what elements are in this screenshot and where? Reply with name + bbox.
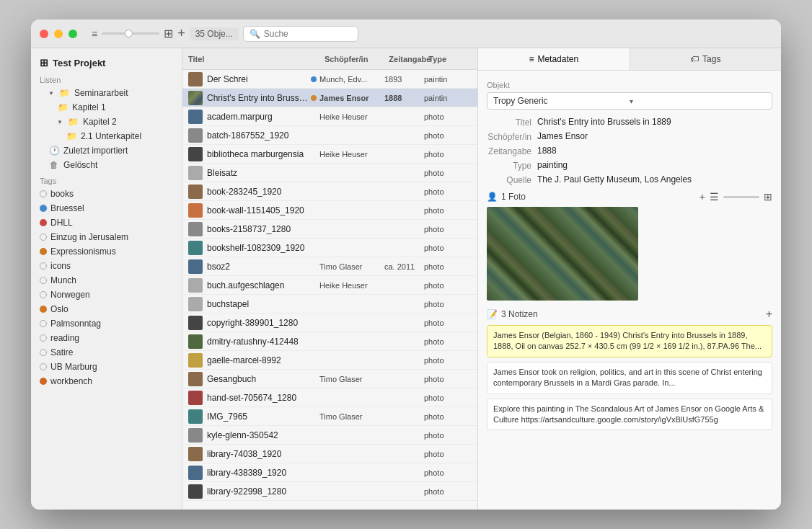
field-creator-label: Schöpfer/in: [487, 131, 537, 142]
tab-tags[interactable]: 🏷 Tags: [630, 48, 782, 70]
tag-label-icons: icons: [50, 261, 173, 271]
note-text: James Ensor took on religion, politics, …: [493, 368, 762, 387]
tag-item-workbench[interactable]: workbench: [31, 374, 182, 388]
detail-body: Objekt Tropy Generic ▾ Titel Christ's En…: [478, 71, 781, 510]
tag-item-palmsonntag[interactable]: Palmsonntag: [31, 316, 182, 331]
file-title: Der Schrei: [207, 74, 308, 84]
sidebar-item-unterkapitel[interactable]: 📁 2.1 Unterkapitel: [31, 129, 182, 143]
project-label: Test Projekt: [53, 58, 105, 68]
tag-item-satire[interactable]: Satire: [31, 345, 182, 360]
tag-item-expressionismus[interactable]: Expressionismus: [31, 244, 182, 259]
grid-photos-icon[interactable]: ⊞: [764, 191, 772, 203]
tag-item-oslo[interactable]: Oslo: [31, 302, 182, 316]
file-row[interactable]: dmitry-ratushny-412448 photo: [182, 332, 477, 351]
photos-section: 👤 1 Foto + ☰ ⊞: [487, 191, 772, 301]
add-button[interactable]: +: [177, 26, 185, 41]
field-type-value[interactable]: painting: [537, 160, 772, 170]
file-row[interactable]: books-2158737_1280 photo: [182, 220, 477, 239]
file-row[interactable]: book-wall-1151405_1920 photo: [182, 201, 477, 220]
minimize-button[interactable]: [54, 30, 63, 38]
note-item[interactable]: James Ensor took on religion, politics, …: [487, 362, 772, 394]
file-title: book-283245_1920: [207, 187, 308, 197]
tag-item-icons[interactable]: icons: [31, 259, 182, 273]
sidebar-toggle-icon[interactable]: ≡: [92, 28, 97, 40]
tag-dot-indicator: [311, 432, 317, 438]
photo-zoom-slider[interactable]: [723, 196, 759, 198]
file-type: photo: [424, 169, 467, 177]
file-title: library-922998_1280: [207, 486, 308, 497]
file-row[interactable]: buchstapel photo: [182, 295, 477, 314]
file-thumbnail: [188, 72, 203, 86]
file-row[interactable]: library-922998_1280 photo: [182, 482, 477, 501]
file-thumbnail: [188, 166, 203, 180]
tag-item-munch[interactable]: Munch: [31, 273, 182, 288]
file-row[interactable]: copyright-389901_1280 photo: [182, 314, 477, 332]
file-row[interactable]: bsoz2 Timo Glaser ca. 2011 photo: [182, 257, 477, 276]
fullscreen-button[interactable]: [69, 30, 77, 38]
sidebar-item-kapitel2[interactable]: ▼ 📁 Kapitel 2: [31, 115, 182, 129]
field-titel-value[interactable]: Christ's Entry into Brussels in 1889: [537, 117, 772, 127]
file-row[interactable]: hand-set-705674_1280 photo: [182, 388, 477, 407]
sidebar-item-kapitel1[interactable]: 📁 Kapitel 1: [31, 100, 182, 115]
file-row[interactable]: gaelle-marcel-8992 photo: [182, 351, 477, 370]
sidebar-item-zuletzt[interactable]: 🕐 Zuletzt importiert: [31, 143, 182, 158]
file-thumbnail: [188, 466, 203, 480]
field-date: Zeitangabe 1888: [487, 146, 772, 156]
tab-metadaten[interactable]: ≡ Metadaten: [478, 48, 630, 70]
close-button[interactable]: [40, 30, 48, 38]
tag-item-einzug[interactable]: Einzug in Jerusalem: [31, 230, 182, 244]
template-dropdown[interactable]: Tropy Generic ▾: [487, 92, 772, 110]
tag-item-norwegen[interactable]: Norwegen: [31, 288, 182, 302]
sidebar-item-geloescht[interactable]: 🗑 Gelöscht: [31, 158, 182, 172]
file-thumbnail: [188, 447, 203, 461]
file-type: photo: [424, 394, 467, 402]
add-note-button[interactable]: +: [766, 308, 772, 321]
grid-view-icon[interactable]: ⊞: [164, 27, 173, 40]
file-type: photo: [424, 412, 467, 421]
file-type: photo: [424, 468, 467, 477]
field-source-value[interactable]: The J. Paul Getty Museum, Los Angeles: [537, 174, 772, 185]
file-row[interactable]: buch.aufgeschlagen Heike Heuser photo: [182, 276, 477, 295]
tag-color-dhll: [40, 219, 47, 226]
tag-label-norwegen: Norwegen: [50, 290, 173, 300]
project-item[interactable]: ⊞ Test Projekt: [31, 54, 182, 71]
file-row[interactable]: Der Schrei Munch, Edv... 1893 paintin: [182, 70, 477, 89]
file-row[interactable]: book-283245_1920 photo: [182, 182, 477, 201]
photo-thumbnail[interactable]: [487, 207, 638, 301]
tag-color-books: [40, 190, 47, 197]
note-item[interactable]: Explore this painting in The Scandalous …: [487, 399, 772, 431]
file-thumbnail: [188, 278, 203, 293]
file-row[interactable]: batch-1867552_1920 photo: [182, 126, 477, 145]
search-input[interactable]: [264, 29, 352, 39]
file-row[interactable]: bookshelf-1082309_1920 photo: [182, 239, 477, 257]
search-container: 🔍: [243, 26, 358, 42]
tag-dot-indicator: [311, 320, 317, 326]
object-section-label: Objekt: [487, 81, 772, 89]
tag-item-ubmarburg[interactable]: UB Marburg: [31, 360, 182, 374]
sidebar-item-seminararbeit[interactable]: ▼ 📁 Seminararbeit: [31, 86, 182, 100]
file-thumbnail: [188, 334, 203, 349]
tag-dot-indicator: [311, 470, 317, 476]
list-view-icon[interactable]: ☰: [710, 191, 719, 203]
file-row[interactable]: kyle-glenn-350542 photo: [182, 426, 477, 445]
file-row[interactable]: Christ's Entry into Brussels... James En…: [182, 89, 477, 107]
file-row[interactable]: library-74038_1920 photo: [182, 445, 477, 463]
note-text: James Ensor (Belgian, 1860 - 1949) Chris…: [493, 331, 762, 350]
file-row[interactable]: academ.marpurg Heike Heuser photo: [182, 107, 477, 126]
file-row[interactable]: Gesangbuch Timo Glaser photo: [182, 370, 477, 388]
tag-item-reading[interactable]: reading: [31, 331, 182, 345]
note-item[interactable]: James Ensor (Belgian, 1860 - 1949) Chris…: [487, 325, 772, 357]
zoom-slider[interactable]: [102, 32, 159, 35]
tag-color-icons: [40, 262, 47, 270]
tag-item-bruessel[interactable]: Bruessel: [31, 201, 182, 215]
file-row[interactable]: bibliotheca marburgensia Heike Heuser ph…: [182, 145, 477, 164]
add-photo-button[interactable]: +: [700, 191, 705, 203]
file-row[interactable]: library-438389_1920 photo: [182, 463, 477, 482]
field-date-value[interactable]: 1888: [537, 146, 772, 156]
tab-tags-label: Tags: [702, 54, 720, 64]
file-row[interactable]: IMG_7965 Timo Glaser photo: [182, 407, 477, 426]
tag-item-books[interactable]: books: [31, 187, 182, 201]
file-row[interactable]: Bleisatz photo: [182, 164, 477, 182]
tag-item-dhll[interactable]: DHLL: [31, 215, 182, 230]
field-creator-value[interactable]: James Ensor: [537, 131, 772, 141]
